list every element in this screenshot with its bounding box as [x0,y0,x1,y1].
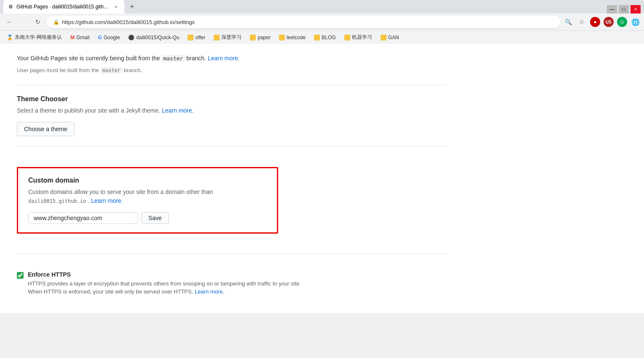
theme-chooser-section: Theme Chooser Select a theme to publish … [17,95,447,136]
bookmark-deep-learning[interactable]: 深度学习 [210,33,245,42]
reload-btn[interactable]: ↻ [32,16,44,28]
https-content: Enforce HTTPS HTTPS provides a layer of … [28,271,301,296]
extension-icon-3[interactable]: G [617,17,627,27]
bookmark-ml[interactable]: 机器学习 [341,33,376,42]
bookmark-gmail[interactable]: M Gmail [67,34,93,41]
lock-icon: 🔒 [53,19,59,25]
page-content: Your GitHub Pages site is currently bein… [0,44,644,313]
extension-icon-4[interactable]: 🌐 [631,17,641,27]
address-input[interactable]: 🔒 https://github.com/daili0015/daili0015… [46,16,561,28]
bookmark-southeast-uni[interactable]: 🏅 东南大学-网络服务认 [3,33,65,42]
theme-chooser-desc: Select a theme to publish your site with… [17,106,447,115]
bookmark-leetcode[interactable]: leetcode [276,34,309,41]
custom-domain-title: Custom domain [28,177,267,184]
tab-close-btn[interactable]: × [113,3,119,10]
bookmarks-bar: 🏅 东南大学-网络服务认 M Gmail G Google ⚫ daili001… [0,30,644,44]
new-tab-btn[interactable]: + [126,1,138,13]
domain-input[interactable] [28,212,138,224]
window-maximize-btn[interactable]: □ [619,5,629,13]
https-learn-more-link[interactable]: Learn more [195,288,223,295]
bookmark-google[interactable]: G Google [94,34,123,41]
extension-icon-1[interactable]: ● [590,17,600,27]
browser-chrome: ⚙ GitHub Pages · daili0015/daili0015.git… [0,0,644,44]
extension-icon-2[interactable]: US [604,17,614,27]
section-divider-2 [17,146,447,147]
https-description: HTTPS provides a layer of encryption tha… [28,280,301,296]
bookmark-github-repo[interactable]: ⚫ daili0015/Quick-Qu [125,34,182,41]
window-close-btn[interactable]: × [631,5,641,13]
master-branch-info: Your GitHub Pages site is currently bein… [17,54,447,63]
tab-title: GitHub Pages · daili0015/daili0015.githu… [16,4,109,10]
user-pages-note: User pages must be built from the master… [17,66,447,75]
custom-domain-desc: Custom domains allow you to serve your s… [28,188,267,205]
tab-bar: ⚙ GitHub Pages · daili0015/daili0015.git… [0,0,644,13]
learn-more-link-1[interactable]: Learn more [208,55,238,62]
theme-learn-more-link[interactable]: Learn more [162,107,192,114]
bookmark-paper[interactable]: paper [247,34,274,41]
bookmark-blog[interactable]: BLOG [311,34,339,41]
bookmark-gan[interactable]: GAN [377,34,402,41]
window-minimize-btn[interactable]: — [607,5,617,13]
window-controls: — □ × [607,5,641,13]
forward-btn[interactable]: → [18,16,30,28]
address-icons: 🔍 ☆ ● US G 🌐 [563,17,641,27]
custom-domain-learn-more-link[interactable]: Learn more [91,197,121,204]
save-button[interactable]: Save [141,212,169,224]
choose-theme-button[interactable]: Choose a theme [17,122,75,136]
bookmark-star-icon[interactable]: ☆ [577,17,587,27]
https-title: Enforce HTTPS [28,271,301,278]
custom-domain-section: Custom domain Custom domains allow you t… [17,167,278,234]
url-text: https://github.com/daili0015/daili0015.g… [62,19,195,25]
section-divider-1 [17,85,447,85]
search-icon[interactable]: 🔍 [563,17,573,27]
tab-favicon: ⚙ [8,4,13,10]
github-settings-page: Your GitHub Pages site is currently bein… [0,44,464,313]
theme-chooser-title: Theme Chooser [17,95,447,103]
domain-input-row: Save [28,212,267,224]
enforce-https-section: Enforce HTTPS HTTPS provides a layer of … [17,264,447,303]
enforce-https-checkbox[interactable] [17,272,24,279]
back-btn[interactable]: ← [3,16,15,28]
active-tab[interactable]: ⚙ GitHub Pages · daili0015/daili0015.git… [3,0,124,13]
address-bar-row: ← → ↻ 🔒 https://github.com/daili0015/dai… [0,13,644,30]
bookmark-offer[interactable]: offer [184,34,209,41]
section-divider-3 [17,254,447,254]
